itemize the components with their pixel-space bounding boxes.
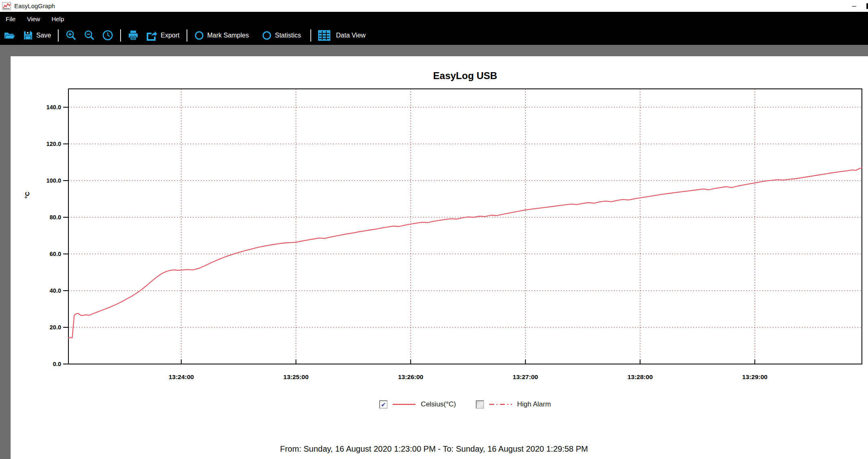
svg-text:13:24:00: 13:24:00 — [169, 373, 194, 380]
legend-entry-high-alarm: ✔ High Alarm — [476, 400, 551, 408]
svg-text:40.0: 40.0 — [50, 287, 61, 294]
legend-entry-celsius: ✔ Celsius(°C) — [379, 400, 456, 408]
svg-text:100.0: 100.0 — [46, 177, 61, 184]
svg-text:80.0: 80.0 — [50, 214, 61, 221]
svg-text:140.0: 140.0 — [46, 104, 61, 110]
svg-text:0.0: 0.0 — [53, 361, 61, 367]
svg-text:13:28:00: 13:28:00 — [627, 373, 653, 380]
celsius-checkbox[interactable]: ✔ — [379, 400, 387, 408]
high-alarm-line-sample — [489, 400, 512, 408]
svg-text:60.0: 60.0 — [50, 251, 61, 257]
svg-text:13:26:00: 13:26:00 — [398, 373, 423, 380]
svg-text:20.0: 20.0 — [50, 324, 61, 331]
svg-text:13:29:00: 13:29:00 — [742, 373, 767, 380]
date-range-footer: From: Sunday, 16 August 2020 1:23:00 PM … — [0, 444, 868, 454]
svg-text:13:25:00: 13:25:00 — [283, 373, 309, 380]
svg-text:120.0: 120.0 — [46, 141, 61, 147]
legend-label-celsius: Celsius(°C) — [421, 400, 456, 408]
chart-legend: ✔ Celsius(°C) ✔ High Alarm — [68, 396, 862, 413]
high-alarm-checkbox[interactable]: ✔ — [476, 400, 484, 408]
legend-label-high-alarm: High Alarm — [517, 400, 551, 408]
temperature-line-chart[interactable]: 0.020.040.060.080.0100.0120.0140.013:24:… — [0, 0, 868, 459]
svg-text:13:27:00: 13:27:00 — [513, 373, 538, 380]
celsius-line-sample — [392, 400, 416, 408]
